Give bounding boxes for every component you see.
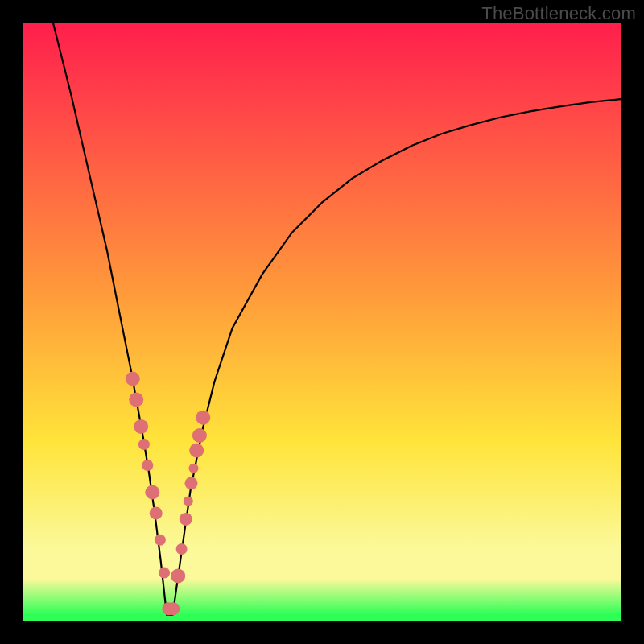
- curve-marker: [145, 485, 159, 500]
- curve-marker: [189, 464, 199, 473]
- curve-marker: [138, 439, 150, 450]
- watermark-text: TheBottleneck.com: [481, 3, 636, 24]
- curve-marker: [171, 568, 185, 583]
- chart-frame: TheBottleneck.com: [0, 0, 644, 644]
- curve-marker: [126, 372, 140, 386]
- curve-marker: [185, 477, 198, 489]
- curve-marker: [167, 602, 180, 615]
- bottleneck-curve: [53, 23, 621, 615]
- curve-marker: [142, 460, 153, 471]
- plot-area: [23, 23, 621, 621]
- bottleneck-curve-svg: [23, 23, 621, 621]
- curve-marker: [134, 419, 148, 434]
- curve-marker: [176, 543, 188, 555]
- curve-marker: [192, 428, 207, 443]
- curve-marker: [184, 497, 193, 506]
- curve-marker: [129, 393, 143, 407]
- curve-marker: [155, 535, 166, 546]
- curve-marker: [180, 513, 192, 526]
- curve-marker: [196, 411, 210, 425]
- curve-marker: [159, 568, 170, 579]
- curve-marker: [189, 444, 204, 458]
- curve-marker: [150, 506, 163, 519]
